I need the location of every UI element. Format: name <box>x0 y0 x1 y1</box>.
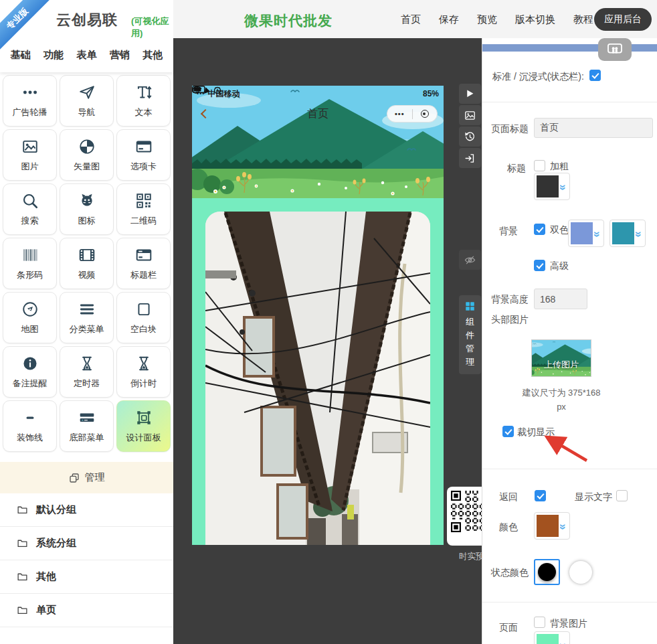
component-blank[interactable]: 空白块 <box>116 292 171 343</box>
component-image[interactable]: 图片 <box>3 129 57 181</box>
status-color-label: 状态颜色 <box>491 567 529 579</box>
history-icon <box>464 131 476 143</box>
component-label: 设计面板 <box>126 432 161 444</box>
component-label: 二维码 <box>130 215 157 227</box>
image-tool-button[interactable] <box>459 105 481 125</box>
app-backend-button[interactable]: 应用后台 <box>594 8 652 31</box>
component-tab-card[interactable]: 选项卡 <box>116 129 171 181</box>
hourglass-icon <box>135 355 153 372</box>
cat-icon <box>78 192 96 210</box>
background-dual-checkbox[interactable] <box>534 224 545 235</box>
background-dual-label: 双色 <box>550 224 569 236</box>
folder-icon <box>17 571 28 582</box>
title-bold-checkbox[interactable] <box>534 160 545 171</box>
component-menu-list[interactable]: 分类菜单 <box>60 292 114 343</box>
hero-image-component[interactable]: ••• 中国移动 85% <box>192 86 444 198</box>
barcode-icon <box>21 246 39 264</box>
tab-3[interactable]: 营销 <box>110 49 130 62</box>
group-item[interactable]: 系统分组 <box>0 527 173 560</box>
history-button[interactable] <box>459 127 481 147</box>
group-item[interactable]: 单页 <box>0 594 173 627</box>
statusbar-mode-label: 标准 / 沉浸式(状态栏): <box>492 71 584 83</box>
sign-in-button[interactable] <box>459 148 481 168</box>
top-menu-item[interactable]: 教程 <box>573 13 593 26</box>
top-menu-item[interactable]: 预览 <box>477 13 497 26</box>
status-color-black-option[interactable] <box>534 559 560 585</box>
battery-percent: 85% <box>423 89 439 98</box>
image-icon <box>21 138 39 155</box>
upload-image-button[interactable]: 上传图片 <box>531 339 591 377</box>
page-color-picker[interactable]: » <box>534 631 570 644</box>
component-cat[interactable]: 图标 <box>60 183 114 235</box>
manage-button[interactable]: 管理 <box>0 462 173 493</box>
tab-4[interactable]: 其他 <box>143 49 163 62</box>
component-ellipsis[interactable]: 广告轮播 <box>3 75 57 127</box>
show-text-checkbox[interactable] <box>616 490 628 501</box>
component-dash[interactable]: 装饰线 <box>3 400 57 452</box>
component-label: 矢量图 <box>74 161 100 173</box>
component-label: 地图 <box>21 323 39 335</box>
tab-2[interactable]: 表单 <box>76 49 96 62</box>
component-barcode[interactable]: 条形码 <box>3 238 57 289</box>
component-label: 图标 <box>78 215 96 227</box>
top-menu-item[interactable]: 版本切换 <box>515 13 555 26</box>
component-label: 装饰线 <box>17 432 43 444</box>
top-menu-item[interactable]: 保存 <box>439 13 459 26</box>
chevron-down-icon: » <box>556 641 571 644</box>
qrcode-icon <box>135 192 153 210</box>
background-advanced-checkbox[interactable] <box>534 260 545 271</box>
page-title-input[interactable] <box>534 118 653 138</box>
title-color-swatch <box>537 175 559 197</box>
show-text-label: 显示文字 <box>575 491 612 503</box>
page-bg-image-checkbox[interactable] <box>534 617 545 628</box>
phone-statusbar: ••• 中国移动 85% <box>192 86 444 102</box>
qr-preview-widget: 时实预览 <box>447 487 482 562</box>
design-panel-icon <box>135 409 153 426</box>
component-label: 视频 <box>78 269 96 281</box>
title-label: 标题 <box>507 163 526 175</box>
group-item[interactable]: 默认分组 <box>0 493 173 527</box>
title-color-picker[interactable]: » <box>534 173 570 200</box>
component-label: 底部菜单 <box>70 432 104 444</box>
component-hourglass[interactable]: 定时器 <box>60 346 114 398</box>
top-header: 云创易联 (可视化应用) 专业版 微果时代批发 首页保存预览版本切换教程 应用后… <box>0 0 657 38</box>
compass-icon <box>21 301 39 318</box>
crop-display-checkbox[interactable] <box>502 426 514 437</box>
crop-display-label: 裁切显示 <box>517 426 555 438</box>
back-color-picker[interactable]: » <box>534 512 570 540</box>
eye-off-button[interactable] <box>459 250 481 270</box>
component-video[interactable]: 视频 <box>60 238 114 289</box>
component-label: 导航 <box>78 106 96 118</box>
group-item[interactable]: 其他 <box>0 560 173 594</box>
back-checkbox[interactable] <box>535 490 546 501</box>
statusbar-mode-checkbox[interactable] <box>589 70 601 81</box>
component-manager-tab[interactable]: 组件管理 <box>459 295 481 374</box>
component-compass[interactable]: 地图 <box>3 292 57 343</box>
chevron-down-icon: » <box>556 521 571 531</box>
top-menu-item[interactable]: 首页 <box>401 13 421 26</box>
component-design-panel[interactable]: 设计面板 <box>116 400 171 452</box>
component-qrcode[interactable]: 二维码 <box>116 183 171 235</box>
bg-height-input[interactable] <box>534 289 587 309</box>
component-label: 备注提醒 <box>13 378 48 390</box>
play-button[interactable] <box>459 84 481 104</box>
alley-photo-component[interactable] <box>205 212 430 545</box>
component-hourglass[interactable]: 倒计时 <box>116 346 171 398</box>
menu-list-icon <box>78 301 96 318</box>
component-label: 条形码 <box>17 269 43 281</box>
chevron-down-icon: » <box>556 182 571 191</box>
back-label: 返回 <box>499 491 518 503</box>
component-text[interactable]: 文本 <box>116 75 171 127</box>
status-color-white-option[interactable] <box>569 561 592 584</box>
component-search[interactable]: 搜索 <box>3 183 57 235</box>
component-vector[interactable]: 矢量图 <box>60 129 114 181</box>
component-paper-plane[interactable]: 导航 <box>60 75 114 127</box>
component-title-bar[interactable]: 标题栏 <box>116 238 171 289</box>
background-color2-picker[interactable]: » <box>609 220 646 247</box>
component-info[interactable]: 备注提醒 <box>3 346 57 398</box>
brand-logo-suffix: (可视化应用) <box>131 15 173 39</box>
background-color1-picker[interactable]: » <box>568 220 604 247</box>
back-color-swatch <box>537 515 559 537</box>
color-label: 颜色 <box>499 521 518 534</box>
component-bottom-menu[interactable]: 底部菜单 <box>60 400 114 452</box>
